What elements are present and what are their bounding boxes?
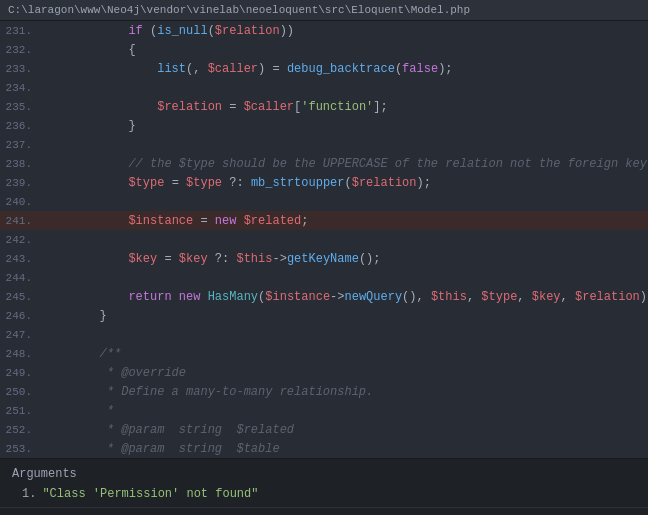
line-content: $instance = new $related; xyxy=(42,214,308,228)
line-number: 239. xyxy=(0,177,42,189)
code-line: 253. * @param string $table xyxy=(0,439,648,458)
code-line: 240. xyxy=(0,192,648,211)
code-line: 236. } xyxy=(0,116,648,135)
code-area: 231. if (is_null($relation))232. {233. l… xyxy=(0,21,648,458)
line-number: 250. xyxy=(0,386,42,398)
code-line: 244. xyxy=(0,268,648,287)
line-number: 246. xyxy=(0,310,42,322)
code-line: 237. xyxy=(0,135,648,154)
line-number: 231. xyxy=(0,25,42,37)
line-content: { xyxy=(42,43,136,57)
line-number: 241. xyxy=(0,215,42,227)
args-title: Arguments xyxy=(12,467,636,481)
line-content: * @param string $related xyxy=(42,423,294,437)
line-content: * @override xyxy=(42,366,186,380)
line-number: 232. xyxy=(0,44,42,56)
line-number: 244. xyxy=(0,272,42,284)
code-line: 232. { xyxy=(0,40,648,59)
line-content: $type = $type ?: mb_strtoupper($relation… xyxy=(42,176,431,190)
line-number: 248. xyxy=(0,348,42,360)
no-comments: No comments for this stack frame. xyxy=(0,507,648,515)
line-content: list(, $caller) = debug_backtrace(false)… xyxy=(42,62,453,76)
code-line: 250. * Define a many-to-many relationshi… xyxy=(0,382,648,401)
code-line: 247. xyxy=(0,325,648,344)
line-number: 234. xyxy=(0,82,42,94)
file-path: C:\laragon\www\Neo4j\vendor\vinelab\neoe… xyxy=(8,4,470,16)
line-number: 247. xyxy=(0,329,42,341)
line-content: } xyxy=(42,309,107,323)
line-number: 238. xyxy=(0,158,42,170)
args-area: Arguments 1."Class 'Permission' not foun… xyxy=(0,458,648,507)
code-line: 231. if (is_null($relation)) xyxy=(0,21,648,40)
line-number: 233. xyxy=(0,63,42,75)
line-number: 245. xyxy=(0,291,42,303)
line-content: /** xyxy=(42,347,121,361)
line-content: $relation = $caller['function']; xyxy=(42,100,388,114)
code-line: 246. } xyxy=(0,306,648,325)
title-bar: C:\laragon\www\Neo4j\vendor\vinelab\neoe… xyxy=(0,0,648,21)
arg-number: 1. xyxy=(22,487,36,501)
code-line: 233. list(, $caller) = debug_backtrace(f… xyxy=(0,59,648,78)
code-line: 234. xyxy=(0,78,648,97)
line-number: 251. xyxy=(0,405,42,417)
line-number: 236. xyxy=(0,120,42,132)
code-line: 241. $instance = new $related; xyxy=(0,211,648,230)
code-line: 238. // the $type should be the UPPERCAS… xyxy=(0,154,648,173)
line-content: $key = $key ?: $this->getKeyName(); xyxy=(42,252,381,266)
arg-item: 1."Class 'Permission' not found" xyxy=(22,487,636,501)
arg-value: "Class 'Permission' not found" xyxy=(42,487,258,501)
code-line: 243. $key = $key ?: $this->getKeyName(); xyxy=(0,249,648,268)
code-line: 245. return new HasMany($instance->newQu… xyxy=(0,287,648,306)
line-number: 243. xyxy=(0,253,42,265)
line-number: 249. xyxy=(0,367,42,379)
code-line: 239. $type = $type ?: mb_strtoupper($rel… xyxy=(0,173,648,192)
line-number: 237. xyxy=(0,139,42,151)
line-content: return new HasMany($instance->newQuery()… xyxy=(42,290,648,304)
line-content: if (is_null($relation)) xyxy=(42,24,294,38)
args-list: 1."Class 'Permission' not found" xyxy=(12,487,636,501)
line-number: 240. xyxy=(0,196,42,208)
line-content: * Define a many-to-many relationship. xyxy=(42,385,373,399)
line-content: // the $type should be the UPPERCASE of … xyxy=(42,157,648,171)
code-line: 251. * xyxy=(0,401,648,420)
line-content: } xyxy=(42,119,136,133)
code-line: 249. * @override xyxy=(0,363,648,382)
line-number: 252. xyxy=(0,424,42,436)
line-number: 253. xyxy=(0,443,42,455)
code-line: 248. /** xyxy=(0,344,648,363)
line-content: * @param string $table xyxy=(42,442,280,456)
line-number: 242. xyxy=(0,234,42,246)
line-content: * xyxy=(42,404,114,418)
code-line: 235. $relation = $caller['function']; xyxy=(0,97,648,116)
line-number: 235. xyxy=(0,101,42,113)
code-line: 242. xyxy=(0,230,648,249)
code-line: 252. * @param string $related xyxy=(0,420,648,439)
